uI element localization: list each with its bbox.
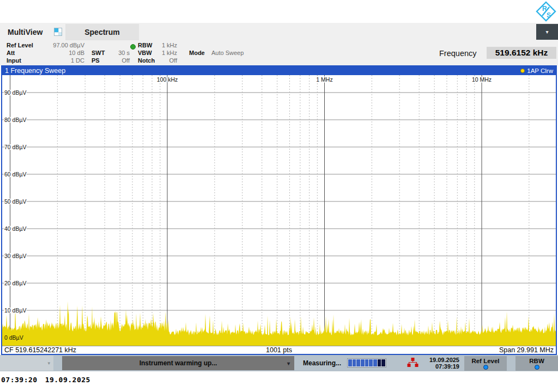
- chevron-down-icon: ▾: [545, 29, 548, 35]
- progress-segment: [356, 359, 360, 366]
- softkey-label: RBW: [529, 358, 544, 364]
- spectrum-plot-svg: 100 kHz1 MHz10 MHz90 dBµV80 dBµV70 dBµV6…: [2, 75, 556, 346]
- datetime-display[interactable]: 19.09.2025 07:39:19: [417, 357, 459, 370]
- y-axis-tick-label: 0 dBµV: [4, 334, 23, 341]
- logo-letter-s: S: [547, 11, 551, 19]
- softkey-ref-level[interactable]: Ref Level: [464, 356, 507, 371]
- spectrum-window: 1 Frequency Sweep 1AP Clrw 100 kHz1 MHz1…: [1, 65, 557, 355]
- rbw-coupled-indicator-icon: [130, 44, 136, 50]
- frequency-label: Frequency: [439, 49, 477, 58]
- trace-legend[interactable]: 1AP Clrw: [520, 66, 553, 75]
- status-date: 19.09.2025: [417, 357, 459, 363]
- swt-value[interactable]: 30 s: [108, 50, 130, 57]
- att-label: Att: [7, 50, 15, 57]
- vbw-label: VBW: [138, 50, 152, 57]
- progress-segment: [348, 359, 352, 366]
- y-axis-tick-label: 70 dBµV: [4, 144, 27, 150]
- progress-segment: [361, 359, 365, 366]
- instrument-message-text: Instrument warming up...: [140, 359, 217, 367]
- y-axis-tick-label: 90 dBµV: [4, 89, 27, 96]
- progress-segment: [378, 359, 381, 366]
- notch-label: Notch: [138, 57, 155, 64]
- y-axis-tick-label: 20 dBµV: [4, 280, 27, 286]
- window-title: 1 Frequency Sweep: [5, 67, 65, 75]
- x-axis-tick-label: 1 MHz: [316, 76, 332, 83]
- softkey-active-dot-icon: [535, 365, 539, 370]
- status-time: 07:39:19: [417, 363, 459, 370]
- y-axis-tick-label: 80 dBµV: [4, 117, 27, 123]
- y-axis-tick-label: 30 dBµV: [4, 253, 27, 259]
- progress-segment: [365, 359, 369, 366]
- softkey-active-dot-icon: [483, 365, 488, 370]
- sweep-points-readout: 1001 pts: [2, 346, 556, 354]
- y-axis-tick-label: 50 dBµV: [4, 198, 27, 205]
- trace-color-dot-icon: [520, 69, 525, 73]
- progress-segment: [369, 359, 373, 366]
- span-readout: Span 29.991 MHz: [499, 346, 554, 354]
- x-axis-tick-label: 100 kHz: [157, 76, 178, 83]
- softkey-rbw[interactable]: RBW: [515, 356, 558, 371]
- ps-label: PS: [92, 57, 100, 64]
- tab-multiview[interactable]: MultiView: [8, 24, 43, 40]
- progress-segment: [353, 359, 356, 366]
- progress-segment: [381, 359, 385, 366]
- vbw-value[interactable]: 1 kHz: [155, 50, 177, 57]
- ps-value[interactable]: Off: [108, 57, 130, 64]
- rohde-schwarz-logo-icon: R S: [534, 1, 558, 22]
- x-axis-tick-label: 10 MHz: [472, 76, 492, 83]
- mode-label: Mode: [189, 50, 205, 57]
- window-menu-button[interactable]: ▾: [536, 24, 558, 40]
- y-axis-tick-label: 60 dBµV: [4, 171, 27, 177]
- clock-date: 19.09.2025: [45, 376, 90, 384]
- lan-error-icon[interactable]: [407, 358, 418, 367]
- tab-spectrum[interactable]: Spectrum: [65, 24, 139, 40]
- window-titlebar[interactable]: 1 Frequency Sweep 1AP Clrw: [2, 66, 556, 75]
- ref-level-label: Ref Level: [7, 42, 33, 49]
- status-left-dropdown[interactable]: ▾: [0, 356, 53, 371]
- chevron-down-icon: ▾: [287, 360, 290, 366]
- ref-level-value[interactable]: 97.00 dBµV: [33, 42, 84, 49]
- rbw-value[interactable]: 1 kHz: [155, 42, 177, 49]
- mode-value[interactable]: Auto Sweep: [211, 50, 282, 57]
- channel-header: MultiView Spectrum ▾ Ref Level 97.00 dBµ…: [0, 23, 558, 65]
- sweep-progress-bar: [347, 358, 386, 367]
- clock-time: 07:39:20: [1, 376, 38, 384]
- att-value[interactable]: 10 dB: [33, 50, 84, 57]
- input-label: Input: [7, 57, 21, 64]
- desktop-clock: 07:39:2019.09.2025: [1, 376, 90, 384]
- frequency-value-field[interactable]: 519.6152 kHz: [487, 47, 556, 59]
- multiview-grid-icon[interactable]: [54, 28, 62, 36]
- softkey-label: Ref Level: [471, 358, 499, 364]
- trace-label: 1AP Clrw: [527, 68, 553, 74]
- notch-value[interactable]: Off: [155, 57, 177, 64]
- sweep-info-bar: CF 519.615242271 kHz 1001 pts Span 29.99…: [2, 346, 556, 354]
- input-value[interactable]: 1 DC: [33, 57, 84, 64]
- instrument-message-dropdown[interactable]: Instrument warming up... ▾: [62, 356, 294, 370]
- instrument-screen: R S MultiView Spectrum ▾ Ref Level 97.00…: [0, 0, 558, 392]
- chevron-down-icon: ▾: [47, 360, 50, 366]
- progress-segment: [373, 359, 377, 366]
- swt-label: SWT: [92, 50, 105, 57]
- measuring-status-text: Measuring...: [303, 359, 341, 367]
- y-axis-tick-label: 10 dBµV: [4, 307, 27, 314]
- y-axis-tick-label: 40 dBµV: [4, 225, 27, 232]
- rbw-label: RBW: [138, 42, 152, 49]
